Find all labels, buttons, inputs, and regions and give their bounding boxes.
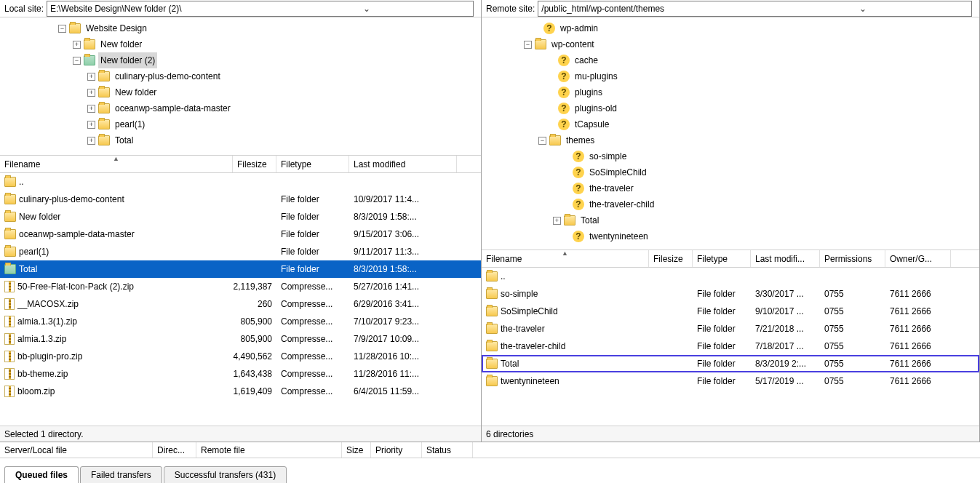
tree-item[interactable]: ?so-simple bbox=[482, 148, 979, 164]
column-header[interactable]: Last modified bbox=[349, 156, 457, 172]
tree-item[interactable]: +New folder bbox=[0, 84, 481, 100]
tree-item[interactable]: ?wp-admin bbox=[482, 20, 979, 36]
local-status-text: Selected 1 directory. bbox=[4, 429, 84, 439]
tree-item[interactable]: −New folder (2) bbox=[0, 52, 481, 68]
tab[interactable]: Successful transfers (431) bbox=[164, 466, 287, 483]
column-header[interactable]: Priority bbox=[371, 442, 422, 458]
tree-item[interactable]: −wp-content bbox=[482, 36, 979, 52]
table-row[interactable]: .. bbox=[0, 173, 481, 191]
tree-item[interactable]: +New folder bbox=[0, 36, 481, 52]
tree-item[interactable]: ?mu-plugins bbox=[482, 68, 979, 84]
table-row[interactable]: almia.1.3.zip805,900Compresse...7/9/2017… bbox=[0, 330, 481, 348]
table-row[interactable]: TotalFile folder8/3/2019 2:...07557611 2… bbox=[482, 355, 979, 372]
column-header[interactable]: Owner/G... bbox=[885, 250, 951, 267]
column-header[interactable]: Filetype bbox=[276, 156, 349, 172]
chevron-down-icon[interactable]: ⌄ bbox=[755, 4, 971, 14]
file-size bbox=[233, 243, 276, 260]
table-row[interactable]: bloom.zip1,619,409Compresse...6/4/2015 1… bbox=[0, 383, 481, 400]
file-name: the-traveler bbox=[501, 324, 545, 334]
expand-icon[interactable]: + bbox=[73, 41, 81, 49]
expand-icon[interactable]: + bbox=[87, 73, 95, 81]
table-row[interactable]: pearl(1)File folder9/11/2017 11:3... bbox=[0, 243, 481, 260]
tree-item[interactable]: +Total bbox=[482, 212, 979, 228]
tree-item[interactable]: −themes bbox=[482, 132, 979, 148]
tree-item[interactable]: +culinary-plus-demo-content bbox=[0, 68, 481, 84]
table-row[interactable]: almia.1.3(1).zip805,900Compresse...7/10/… bbox=[0, 313, 481, 330]
tree-item[interactable]: ?SoSimpleChild bbox=[482, 164, 979, 180]
chevron-down-icon[interactable]: ⌄ bbox=[260, 4, 473, 14]
table-row[interactable]: New folderFile folder8/3/2019 1:58:... bbox=[0, 208, 481, 225]
local-status-bar: Selected 1 directory. bbox=[0, 426, 481, 442]
tab[interactable]: Queued files bbox=[4, 466, 79, 483]
table-row[interactable]: bb-plugin-pro.zip4,490,562Compresse...11… bbox=[0, 348, 481, 365]
tree-item-label: pearl(1) bbox=[113, 116, 147, 132]
table-row[interactable]: __MACOSX.zip260Compresse...6/29/2016 3:4… bbox=[0, 295, 481, 313]
queue-columns[interactable]: Server/Local fileDirec...Remote fileSize… bbox=[0, 442, 980, 458]
collapse-icon[interactable]: − bbox=[73, 57, 81, 65]
file-permissions: 0755 bbox=[820, 320, 885, 338]
table-row[interactable]: the-travelerFile folder7/21/2018 ...0755… bbox=[482, 320, 979, 338]
column-header[interactable]: Filetype bbox=[693, 250, 751, 267]
column-header[interactable]: ▲Filename bbox=[0, 156, 233, 172]
expand-icon[interactable]: + bbox=[87, 105, 95, 113]
tree-item[interactable]: ?twentynineteen bbox=[482, 228, 979, 244]
tree-item-label: Total bbox=[113, 132, 135, 148]
expand-icon[interactable]: + bbox=[553, 217, 561, 225]
expand-icon[interactable]: + bbox=[87, 89, 95, 97]
remote-rows[interactable]: ..so-simpleFile folder3/30/2017 ...07557… bbox=[482, 268, 979, 426]
column-header[interactable]: Remote file bbox=[196, 442, 342, 458]
table-row[interactable]: oceanwp-sample-data-masterFile folder9/1… bbox=[0, 225, 481, 243]
collapse-icon[interactable]: − bbox=[538, 137, 546, 145]
table-row[interactable]: SoSimpleChildFile folder9/10/2017 ...075… bbox=[482, 303, 979, 320]
tree-item[interactable]: ?cache bbox=[482, 52, 979, 68]
column-header[interactable]: Size bbox=[342, 442, 371, 458]
file-type: File folder bbox=[693, 303, 751, 320]
tree-item[interactable]: −Website Design bbox=[0, 20, 481, 36]
file-owner: 7611 2666 bbox=[885, 320, 951, 338]
column-header[interactable]: Filesize bbox=[233, 156, 276, 172]
table-row[interactable]: 50-Free-Flat-Icon-Pack (2).zip2,119,387C… bbox=[0, 278, 481, 295]
table-row[interactable]: .. bbox=[482, 268, 979, 285]
table-row[interactable]: bb-theme.zip1,643,438Compresse...11/28/2… bbox=[0, 365, 481, 383]
tree-item[interactable]: ?tCapsule bbox=[482, 116, 979, 132]
expand-icon[interactable]: + bbox=[87, 121, 95, 129]
file-name: .. bbox=[19, 177, 24, 187]
tree-item[interactable]: ?plugins bbox=[482, 84, 979, 100]
tree-item[interactable]: ?plugins-old bbox=[482, 100, 979, 116]
remote-tree[interactable]: ?wp-admin−wp-content?cache?mu-plugins?pl… bbox=[482, 17, 979, 250]
table-row[interactable]: the-traveler-childFile folder7/18/2017 .… bbox=[482, 338, 979, 355]
collapse-icon[interactable]: − bbox=[524, 41, 532, 49]
table-row[interactable]: culinary-plus-demo-contentFile folder10/… bbox=[0, 191, 481, 208]
column-header[interactable]: Direc... bbox=[153, 442, 196, 458]
tree-item[interactable]: ?the-traveler bbox=[482, 180, 979, 196]
remote-pane: Remote site: /public_html/wp-content/the… bbox=[482, 0, 980, 442]
remote-columns[interactable]: ▲FilenameFilesizeFiletypeLast modifi...P… bbox=[482, 250, 979, 268]
column-header[interactable]: Status bbox=[422, 442, 473, 458]
column-header[interactable]: Last modifi... bbox=[751, 250, 820, 267]
tree-item[interactable]: +oceanwp-sample-data-master bbox=[0, 100, 481, 116]
file-modified: 5/17/2019 ... bbox=[751, 372, 820, 390]
folder-icon bbox=[84, 39, 95, 49]
file-permissions: 0755 bbox=[820, 285, 885, 303]
column-header[interactable]: Filesize bbox=[649, 250, 693, 267]
column-header[interactable]: ▲Filename bbox=[482, 250, 649, 267]
table-row[interactable]: TotalFile folder8/3/2019 1:58:... bbox=[0, 260, 481, 278]
table-row[interactable]: twentynineteenFile folder5/17/2019 ...07… bbox=[482, 372, 979, 390]
local-columns[interactable]: ▲FilenameFilesizeFiletypeLast modified bbox=[0, 156, 481, 173]
table-row[interactable]: so-simpleFile folder3/30/2017 ...0755761… bbox=[482, 285, 979, 303]
expand-icon[interactable]: + bbox=[87, 137, 95, 145]
column-header[interactable]: Permissions bbox=[820, 250, 885, 267]
tree-item-label: New folder (2) bbox=[98, 52, 157, 68]
local-tree[interactable]: −Website Design+New folder−New folder (2… bbox=[0, 17, 481, 156]
tab[interactable]: Failed transfers bbox=[80, 466, 162, 483]
tree-item[interactable]: +Total bbox=[0, 132, 481, 148]
unknown-icon: ? bbox=[558, 103, 570, 114]
collapse-icon[interactable]: − bbox=[58, 25, 66, 33]
tree-item[interactable]: +pearl(1) bbox=[0, 116, 481, 132]
local-path-combo[interactable]: E:\Website Design\New folder (2)\ ⌄ bbox=[47, 1, 474, 17]
remote-path-combo[interactable]: /public_html/wp-content/themes ⌄ bbox=[538, 1, 972, 17]
tree-spacer bbox=[562, 201, 570, 209]
local-rows[interactable]: ..culinary-plus-demo-contentFile folder1… bbox=[0, 173, 481, 426]
tree-item[interactable]: ?the-traveler-child bbox=[482, 196, 979, 212]
column-header[interactable]: Server/Local file bbox=[0, 442, 153, 458]
